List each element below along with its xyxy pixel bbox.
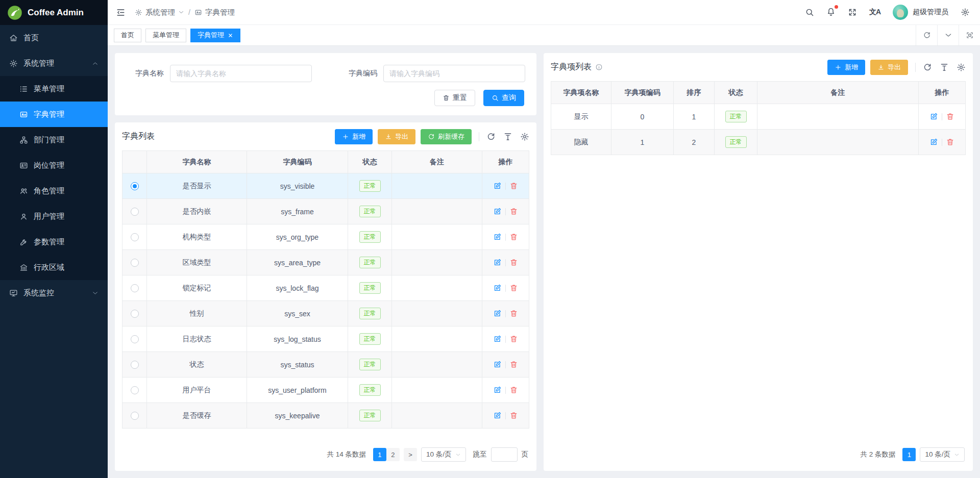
delete-icon[interactable] bbox=[946, 112, 954, 121]
sidebar-subitem-2[interactable]: 字典管理 bbox=[0, 102, 108, 127]
row-radio[interactable] bbox=[131, 284, 139, 292]
table-row[interactable]: 用户平台 sys_user_platform 正常 bbox=[122, 378, 529, 403]
sidebar-subitem-8[interactable]: 行政区域 bbox=[0, 255, 108, 280]
edit-icon[interactable] bbox=[493, 233, 502, 241]
refresh-page-button[interactable] bbox=[916, 25, 937, 45]
edit-icon[interactable] bbox=[493, 386, 502, 394]
delete-icon[interactable] bbox=[509, 386, 518, 394]
sidebar-subitem-1[interactable]: 菜单管理 bbox=[0, 76, 108, 102]
table-row[interactable]: 机构类型 sys_org_type 正常 bbox=[122, 224, 529, 250]
maximize-content-button[interactable] bbox=[959, 25, 980, 45]
close-icon[interactable] bbox=[228, 33, 233, 38]
edit-icon[interactable] bbox=[493, 335, 502, 343]
edit-icon[interactable] bbox=[493, 182, 502, 190]
delete-icon[interactable] bbox=[509, 360, 518, 369]
row-radio[interactable] bbox=[131, 412, 139, 420]
delete-icon[interactable] bbox=[509, 309, 518, 318]
user-menu[interactable]: 超级管理员 bbox=[893, 5, 948, 20]
page-size-select[interactable]: 10 条/页 bbox=[920, 447, 965, 462]
fullscreen-icon[interactable] bbox=[848, 8, 857, 17]
dict-name-input[interactable] bbox=[170, 65, 312, 82]
page-button-2[interactable]: 2 bbox=[386, 448, 400, 461]
row-radio[interactable] bbox=[131, 233, 139, 241]
search-icon[interactable] bbox=[805, 8, 814, 17]
edit-icon[interactable] bbox=[493, 284, 502, 292]
delete-icon[interactable] bbox=[509, 335, 518, 343]
tabs-dropdown-button[interactable] bbox=[937, 25, 959, 45]
status-badge: 正常 bbox=[359, 359, 381, 370]
edit-icon[interactable] bbox=[493, 360, 502, 369]
settings-gear-icon[interactable] bbox=[961, 8, 970, 17]
row-radio[interactable] bbox=[131, 259, 139, 267]
export-dict-button[interactable]: 导出 bbox=[378, 129, 415, 144]
row-radio[interactable] bbox=[131, 182, 139, 190]
row-radio[interactable] bbox=[131, 310, 139, 318]
table-row[interactable]: 锁定标记 sys_lock_flag 正常 bbox=[122, 275, 529, 301]
next-page-button[interactable]: > bbox=[404, 448, 417, 461]
table-row[interactable]: 性别 sys_sex 正常 bbox=[122, 301, 529, 326]
page-tab-2[interactable]: 菜单管理 bbox=[145, 29, 186, 42]
row-density-icon[interactable] bbox=[503, 132, 512, 141]
notifications-button[interactable] bbox=[826, 7, 836, 18]
page-tabs: 首页 菜单管理 字典管理 bbox=[114, 29, 240, 42]
sidebar-subitem-6[interactable]: 用户管理 bbox=[0, 204, 108, 229]
sidebar-item-home[interactable]: 首页 bbox=[0, 25, 108, 51]
edit-icon[interactable] bbox=[929, 138, 938, 146]
table-row[interactable]: 日志状态 sys_log_status 正常 bbox=[122, 326, 529, 352]
table-row[interactable]: 显示 0 1 正常 bbox=[551, 104, 966, 130]
delete-icon[interactable] bbox=[509, 258, 518, 267]
delete-icon[interactable] bbox=[509, 207, 518, 216]
export-dict-item-button[interactable]: 导出 bbox=[870, 60, 908, 75]
breadcrumb-item-dict[interactable]: 字典管理 bbox=[194, 8, 235, 17]
page-tab-1[interactable]: 首页 bbox=[114, 29, 141, 42]
delete-icon[interactable] bbox=[946, 138, 954, 146]
page-tab-3[interactable]: 字典管理 bbox=[190, 29, 240, 42]
table-row[interactable]: 是否内嵌 sys_frame 正常 bbox=[122, 199, 529, 224]
refresh-cache-button[interactable]: 刷新缓存 bbox=[421, 129, 472, 144]
reload-table-icon[interactable] bbox=[486, 132, 496, 141]
table-row[interactable]: 是否缓存 sys_keepalive 正常 bbox=[122, 403, 529, 429]
info-icon[interactable] bbox=[595, 63, 603, 71]
reset-button[interactable]: 重置 bbox=[434, 90, 475, 106]
add-dict-item-button[interactable]: 新增 bbox=[827, 60, 865, 75]
edit-icon[interactable] bbox=[493, 258, 502, 267]
column-settings-icon[interactable] bbox=[957, 63, 966, 72]
row-radio[interactable] bbox=[131, 361, 139, 369]
sidebar-subitem-3[interactable]: 部门管理 bbox=[0, 127, 108, 153]
dict-code-input[interactable] bbox=[383, 65, 525, 82]
reload-table-icon[interactable] bbox=[923, 63, 932, 72]
translate-icon[interactable]: 文A bbox=[869, 8, 880, 17]
sidebar-group-system[interactable]: 系统管理 bbox=[0, 51, 108, 76]
column-settings-icon[interactable] bbox=[520, 132, 529, 141]
delete-icon[interactable] bbox=[509, 284, 518, 292]
gear-icon bbox=[135, 9, 142, 16]
table-row[interactable]: 是否显示 sys_visible 正常 bbox=[122, 173, 529, 199]
page-size-select[interactable]: 10 条/页 bbox=[421, 447, 466, 462]
breadcrumb-item-system[interactable]: 系统管理 bbox=[135, 8, 184, 17]
sidebar-subitem-4[interactable]: 岗位管理 bbox=[0, 153, 108, 178]
page-button-1[interactable]: 1 bbox=[902, 448, 916, 461]
delete-icon[interactable] bbox=[509, 233, 518, 241]
row-density-icon[interactable] bbox=[940, 63, 949, 72]
query-button[interactable]: 查询 bbox=[483, 90, 524, 106]
jump-prefix: 跳至 bbox=[473, 450, 487, 459]
page-jump-input[interactable] bbox=[491, 447, 518, 462]
table-row[interactable]: 隐藏 1 2 正常 bbox=[551, 130, 966, 155]
sidebar-subitem-7[interactable]: 参数管理 bbox=[0, 229, 108, 255]
sidebar-subitem-5[interactable]: 角色管理 bbox=[0, 178, 108, 204]
sidebar-collapse-icon[interactable] bbox=[116, 8, 126, 17]
row-radio[interactable] bbox=[131, 335, 139, 343]
edit-icon[interactable] bbox=[929, 112, 938, 121]
table-row[interactable]: 状态 sys_status 正常 bbox=[122, 352, 529, 378]
page-button-1[interactable]: 1 bbox=[373, 448, 386, 461]
delete-icon[interactable] bbox=[509, 182, 518, 190]
sidebar-group-monitor[interactable]: 系统监控 bbox=[0, 280, 108, 306]
table-row[interactable]: 区域类型 sys_area_type 正常 bbox=[122, 250, 529, 275]
edit-icon[interactable] bbox=[493, 309, 502, 318]
edit-icon[interactable] bbox=[493, 207, 502, 216]
add-dict-button[interactable]: 新增 bbox=[335, 129, 373, 144]
delete-icon[interactable] bbox=[509, 411, 518, 420]
row-radio[interactable] bbox=[131, 386, 139, 394]
edit-icon[interactable] bbox=[493, 411, 502, 420]
row-radio[interactable] bbox=[131, 208, 139, 216]
